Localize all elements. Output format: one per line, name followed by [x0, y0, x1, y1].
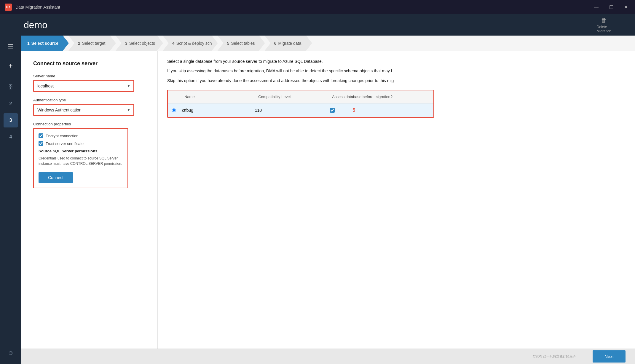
auth-type-label: Authentication type: [33, 98, 148, 102]
sidebar-item-4[interactable]: 4: [4, 130, 18, 144]
next-button[interactable]: Next: [593, 350, 626, 363]
step-6[interactable]: 6 Migrate data: [265, 36, 312, 51]
delete-label: DeleteMigration: [597, 25, 611, 33]
minimize-button[interactable]: —: [591, 3, 601, 11]
row-db-name: ctfbug: [180, 107, 250, 114]
maximize-button[interactable]: ☐: [607, 3, 616, 11]
sidebar-item-3-number: 3: [9, 118, 12, 123]
step-4[interactable]: 4 Script & deploy sch: [163, 36, 218, 51]
info-line-2: If you skip assessing the databases befo…: [167, 68, 434, 74]
permissions-title: Source SQL Server permissions: [39, 149, 123, 153]
main-split: Connect to source server Server name loc…: [21, 51, 635, 349]
steps-bar: 1 Select source 2 Select target 3 Select…: [21, 36, 635, 51]
step-1-num: 1: [27, 41, 30, 46]
step-3[interactable]: 3 Select objects: [116, 36, 163, 51]
project-name: demo: [24, 20, 47, 31]
step-5-label: Select tables: [231, 41, 255, 46]
encrypt-connection-checkbox[interactable]: [39, 133, 43, 138]
table-row: ctfbug 110 5: [168, 103, 433, 117]
red-number: 5: [352, 108, 355, 113]
step-4-num: 4: [172, 41, 175, 46]
col-name-header: Name: [180, 93, 253, 101]
auth-type-group: Authentication type Windows Authenticati…: [33, 98, 148, 116]
connection-props-box: Encrypt connection Trust server certific…: [33, 128, 128, 188]
assess-checkbox[interactable]: [330, 108, 335, 113]
sidebar-item-databases[interactable]: 🗄: [4, 80, 18, 94]
sidebar-item-4-number: 4: [9, 134, 12, 140]
step-1[interactable]: 1 Select source: [21, 36, 69, 51]
content-area: 1 Select source 2 Select target 3 Select…: [21, 36, 635, 364]
add-project-button[interactable]: +: [6, 59, 16, 73]
connection-props-group: Connection properties Encrypt connection…: [33, 122, 148, 188]
connection-props-label: Connection properties: [33, 122, 148, 126]
row-assess-cell: 5: [325, 106, 433, 114]
step-6-label: Migrate data: [278, 41, 301, 46]
app-icon: DX: [5, 4, 12, 11]
left-panel: Connect to source server Server name loc…: [21, 51, 158, 349]
step-2[interactable]: 2 Select target: [68, 36, 116, 51]
server-name-group: Server name localhost ▼: [33, 74, 148, 92]
sidebar-item-3[interactable]: 3: [4, 113, 18, 127]
step-6-num: 6: [274, 41, 277, 46]
trust-cert-checkbox[interactable]: [39, 141, 43, 146]
step-5[interactable]: 5 Select tables: [218, 36, 265, 51]
row-radio-cell: [168, 108, 180, 112]
right-panel: Select a single database from your sourc…: [158, 51, 635, 349]
step-2-num: 2: [78, 41, 80, 46]
table-header: Name Compatibility Level Assess database…: [168, 90, 433, 103]
sidebar-bottom: ☺: [5, 347, 17, 359]
app-header: demo 🗑 DeleteMigration: [0, 14, 635, 36]
step-2-label: Select target: [82, 41, 106, 46]
encrypt-label[interactable]: Encrypt connection: [46, 134, 79, 138]
step-4-label: Script & deploy sch: [176, 41, 212, 46]
server-name-select[interactable]: localhost: [34, 81, 133, 91]
title-bar-left: DX Data Migration Assistant: [5, 4, 60, 11]
connect-title: Connect to source server: [33, 60, 148, 67]
database-table: Name Compatibility Level Assess database…: [167, 90, 434, 118]
main-container: ☰ + 🗄 2 3 4 ☺ 1 Select source 2 Select t…: [0, 36, 635, 364]
step-5-num: 5: [227, 41, 229, 46]
encrypt-connection-row: Encrypt connection: [39, 133, 123, 138]
sidebar: ☰ + 🗄 2 3 4 ☺: [0, 36, 21, 364]
hamburger-menu[interactable]: ☰: [5, 40, 17, 54]
window-controls: — ☐ ✕: [591, 3, 630, 11]
row-radio[interactable]: [172, 108, 176, 112]
connect-button[interactable]: Connect: [39, 172, 73, 183]
delete-icon: 🗑: [601, 17, 607, 24]
row-compat-level: 110: [250, 107, 326, 114]
watermark: CSDN @一只特立独行的兔子: [533, 354, 576, 359]
close-button[interactable]: ✕: [622, 3, 630, 11]
footer: CSDN @一只特立独行的兔子 Next: [21, 349, 635, 364]
trust-cert-label[interactable]: Trust server certificate: [46, 141, 84, 146]
step-1-label: Select source: [31, 41, 58, 46]
app-title: Data Migration Assistant: [15, 5, 60, 9]
auth-type-select[interactable]: Windows Authentication: [34, 105, 133, 115]
info-line-3: Skip this option if you have already don…: [167, 77, 434, 84]
auth-type-wrapper: Windows Authentication ▼: [33, 104, 134, 116]
trust-cert-row: Trust server certificate: [39, 141, 123, 146]
step-3-num: 3: [125, 41, 127, 46]
info-line-1: Select a single database from your sourc…: [167, 58, 434, 65]
sidebar-item-2-number: 2: [9, 101, 12, 106]
title-bar: DX Data Migration Assistant — ☐ ✕: [0, 0, 635, 14]
step-3-label: Select objects: [129, 41, 155, 46]
permissions-text: Credentials used to connect to source SQ…: [39, 156, 123, 166]
server-name-wrapper: localhost ▼: [33, 80, 134, 92]
sidebar-item-2[interactable]: 2: [4, 97, 18, 111]
server-name-label: Server name: [33, 74, 148, 78]
delete-migration-button[interactable]: 🗑 DeleteMigration: [597, 17, 611, 33]
feedback-button[interactable]: ☺: [5, 347, 17, 359]
col-compat-header: Compatibility Level: [253, 93, 327, 101]
col-assess-header: Assess database before migration?: [327, 93, 433, 101]
